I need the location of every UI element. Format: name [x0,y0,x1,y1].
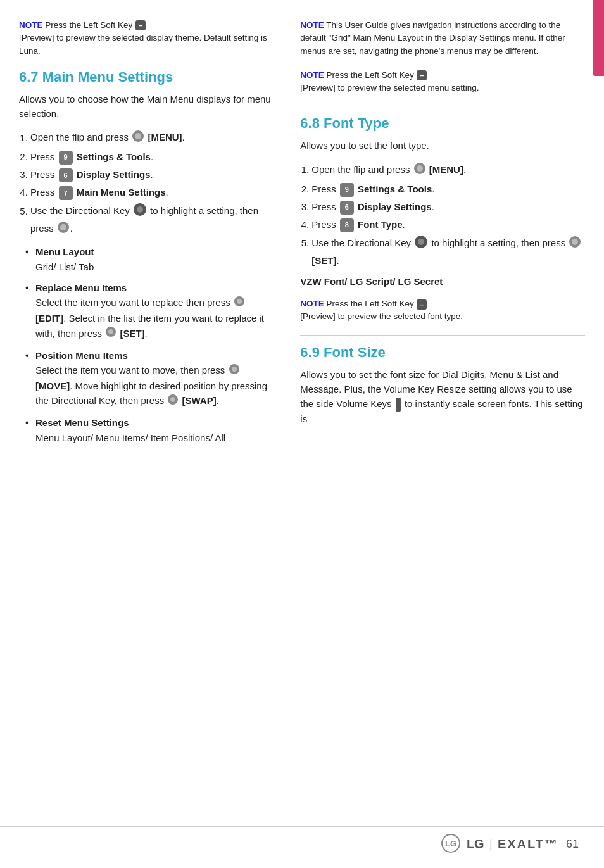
step-1: Open the flip and press [MENU]. [30,130,275,147]
ok-icon-6 [167,394,179,409]
section-69: 6.9 Font Size Allows you to set the font… [300,344,585,427]
svg-point-13 [170,397,175,402]
right-top-note: NOTE This User Guide gives navigation in… [300,19,585,58]
left-top-note: NOTE Press the Left Soft Key – [Preview]… [19,19,275,58]
step-3: Press 6 Display Settings. [30,167,275,182]
bullet-reset-menu: Reset Menu Settings Menu Layout/ Menu It… [25,415,275,445]
9-icon: 9 [59,151,73,165]
section-67-steps: Open the flip and press [MENU]. Press 9 … [19,130,275,238]
svg-point-1 [135,133,141,139]
svg-point-15 [417,165,423,172]
section-68-steps: Open the flip and press [MENU]. Press 9 … [300,162,585,268]
vzw-font-line: VZW Font/ LG Script/ LG Secret [300,275,585,289]
8-icon-68: 8 [340,218,354,232]
right-preview-note-text: Press the Left Soft Key [327,70,414,80]
edit-label: [EDIT] [35,313,63,324]
step-4: Press 7 Main Menu Settings. [30,185,275,200]
footer-exalt-text: EXALT™ [498,837,558,852]
nav-icon [133,203,147,221]
step-2: Press 9 Settings & Tools. [30,149,275,165]
set-label: [SET] [120,328,144,339]
ok-icon [132,130,144,147]
left-soft-key-icon-2: – [417,70,427,80]
step-5: Use the Directional Key to highlight a s… [30,203,275,238]
9-icon-68: 9 [340,183,354,197]
ok-icon-68-5 [569,236,581,253]
svg-point-5 [60,224,66,230]
bullet-position-menu: Position Menu Items Select the item you … [25,348,275,410]
page-number: 61 [566,838,579,851]
bullet-list: Menu Layout Grid/ List/ Tab Replace Menu… [19,244,275,445]
step-68-1: Open the flip and press [MENU]. [311,162,585,179]
right-note-text: This User Guide gives navigation instruc… [300,20,565,56]
content-area: NOTE Press the Left Soft Key – [Preview]… [0,0,604,868]
section-68-note-text: Press the Left Soft Key [327,299,414,308]
bullet-title-2: Replace Menu Items [35,280,275,295]
ok-icon-5 [229,363,240,379]
bullet-text-4: Menu Layout/ Menu Items/ Item Positions/… [35,432,225,443]
section-68: 6.8 Font Type Allows you to set the font… [300,115,585,323]
move-label: [MOVE] [35,381,70,391]
step-68-4: Press 8 Font Type. [311,217,585,232]
right-preview-note-label: NOTE [300,70,324,80]
bullet-title-1: Menu Layout [35,244,275,259]
bullet-title-3: Position Menu Items [35,348,275,363]
svg-point-17 [418,239,424,245]
right-note-label: NOTE [300,20,324,30]
section-68-note: NOTE Press the Left Soft Key – [Preview]… [300,298,585,324]
section-67: 6.7 Main Menu Settings Allows you to cho… [19,69,275,445]
footer: LG LG | EXALT™ 61 [0,826,604,855]
swap-label: [SWAP] [182,395,217,406]
ok-icon-3 [234,296,245,311]
bullet-text-3: Select the item you want to move, then p… [35,365,228,375]
bullet-text-3b: Move highlight to desired position by pr… [35,381,267,406]
divider [300,106,585,106]
step-68-3: Press 6 Display Settings. [311,199,585,215]
section-68-intro: Allows you to set the font type. [300,138,585,153]
nav-icon-68 [414,235,428,253]
6-icon-68: 6 [340,201,354,215]
note-label: NOTE [19,20,43,30]
svg-point-11 [232,367,237,372]
section-tab [593,0,604,76]
ok-icon-4 [105,326,116,341]
ok-icon-2 [57,221,70,238]
vol-key-icon [396,398,401,412]
section-67-intro: Allows you to choose how the Main Menu d… [19,92,275,122]
bullet-menu-layout: Menu Layout Grid/ List/ Tab [25,244,275,274]
note-text2: [Preview] to preview the selected displa… [19,33,267,55]
ok-icon-68-1 [413,162,426,179]
footer-separator: | [489,837,493,852]
lg-globe-icon: LG [441,833,461,855]
bullet-text-2b: Select in the list the item you want to … [35,313,264,338]
step-68-5: Use the Directional Key to highlight a s… [311,235,585,268]
section-69-intro: Allows you to set the font size for Dial… [300,367,585,427]
footer-logo: LG LG | EXALT™ [440,833,558,855]
footer-lg-text: LG [467,837,484,852]
section-68-note-label: NOTE [300,299,324,308]
bullet-title-4: Reset Menu Settings [35,415,275,430]
svg-point-7 [237,299,242,304]
section-68-title: 6.8 Font Type [300,115,585,132]
section-67-title: 6.7 Main Menu Settings [19,69,275,85]
right-column: NOTE This User Guide gives navigation in… [287,19,585,849]
right-preview-note-text2: [Preview] to preview the selected menu s… [300,83,479,92]
section-68-note-text2: [Preview] to preview the selected font t… [300,311,463,321]
bullet-text-1: Grid/ List/ Tab [35,261,94,272]
left-soft-key-icon: – [135,20,146,30]
page-container: NOTE Press the Left Soft Key – [Preview]… [0,0,604,868]
divider-2 [300,335,585,336]
svg-text:LG: LG [445,839,456,848]
left-column: NOTE Press the Left Soft Key – [Preview]… [19,19,287,849]
svg-point-3 [137,206,143,213]
note-text: Press the Left Soft Key [45,20,132,30]
step-68-2: Press 9 Settings & Tools. [311,182,585,197]
right-preview-note: NOTE Press the Left Soft Key – [Preview]… [300,69,585,95]
left-soft-key-icon-3: – [417,299,427,310]
bullet-text-2: Select the item you want to replace then… [35,297,233,308]
svg-point-9 [108,329,113,334]
svg-point-19 [572,239,578,245]
7-icon: 7 [59,186,73,200]
bullet-replace-menu: Replace Menu Items Select the item you w… [25,280,275,342]
6-icon: 6 [59,168,73,182]
